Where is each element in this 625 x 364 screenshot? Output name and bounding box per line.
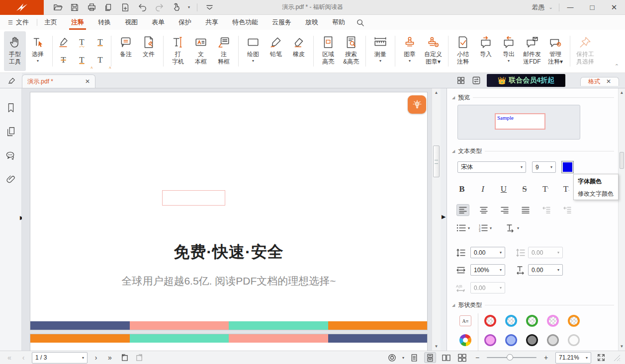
attachments-icon[interactable] — [4, 173, 17, 186]
replace-text-icon[interactable]: T — [74, 53, 90, 68]
panel-scroll-up-icon[interactable]: ▲ — [619, 90, 625, 95]
manage-comments-button[interactable]: 管理 注释▾ — [544, 31, 566, 71]
tab-view[interactable]: 视图 — [118, 15, 145, 30]
redo-icon[interactable] — [154, 2, 164, 12]
text-type-section-header[interactable]: ◢ 文本类型 — [452, 147, 614, 155]
touch-mode-icon[interactable] — [171, 2, 181, 12]
text-annotation-box[interactable] — [162, 190, 225, 206]
assistant-lightbulb-button[interactable] — [408, 95, 426, 114]
superscript-button[interactable]: T' — [539, 183, 552, 196]
strikethrough-button[interactable]: S — [518, 183, 531, 196]
user-account[interactable]: 若愚 — [532, 3, 545, 12]
tab-features[interactable]: 特色功能 — [225, 15, 265, 30]
summarize-comments-button[interactable]: 小结 注释 — [452, 31, 474, 71]
font-family-select[interactable]: 宋体 ▾ — [457, 161, 526, 173]
pdf-page-2[interactable] — [30, 334, 428, 351]
add-page-icon[interactable] — [120, 2, 130, 12]
annotation-eraser-icon[interactable] — [0, 73, 22, 88]
shape-color-skyblue[interactable] — [505, 314, 518, 327]
next-view-button[interactable] — [133, 352, 145, 363]
tab-cloud[interactable]: 云服务 — [265, 15, 298, 30]
char-spacing-select[interactable]: 0.00 ▾ — [528, 264, 563, 276]
last-page-button[interactable]: » — [104, 354, 115, 362]
shape-color-green[interactable] — [526, 314, 538, 327]
first-page-button[interactable]: « — [4, 354, 15, 362]
close-button[interactable]: ✕ — [603, 0, 625, 15]
foxit-logo[interactable] — [0, 0, 44, 15]
subscript-button[interactable]: T. — [560, 183, 573, 196]
search-highlight-button[interactable]: 搜索 &高亮 — [340, 31, 362, 71]
format-tab-close-icon[interactable]: ✕ — [606, 78, 611, 85]
previous-view-button[interactable] — [118, 352, 130, 363]
select-button[interactable]: 选择 ▾ — [27, 31, 49, 71]
search-icon[interactable] — [352, 15, 368, 30]
note-button[interactable]: 备注 — [115, 31, 137, 71]
color-wheel-button[interactable] — [459, 334, 472, 347]
shape-color-violet[interactable] — [546, 314, 559, 327]
switch-tabs-icon[interactable] — [471, 76, 481, 85]
line-spacing-select[interactable]: 0.00 ▾ — [470, 247, 505, 258]
zoom-level-select[interactable]: 71.21% ▾ — [555, 352, 591, 364]
touch-mode-caret-icon[interactable]: ▾ — [188, 5, 190, 9]
previous-page-button[interactable]: ‹ — [18, 354, 29, 362]
tab-form[interactable]: 表单 — [145, 15, 172, 30]
area-highlight-button[interactable]: 区域 高亮 — [317, 31, 339, 71]
italic-button[interactable]: I — [476, 183, 489, 196]
zoom-out-button[interactable]: − — [472, 354, 483, 362]
tab-present[interactable]: 放映 — [298, 15, 325, 30]
align-center-button[interactable] — [477, 204, 490, 216]
email-fdf-button[interactable]: 邮件发 送FDF — [521, 31, 543, 71]
document-tab[interactable]: 演示.pdf * ✕ — [22, 74, 95, 88]
undo-icon[interactable] — [137, 2, 147, 12]
file-attachment-button[interactable]: 文件 — [138, 31, 160, 71]
hand-tool-button[interactable]: 手型 工具 — [4, 31, 26, 71]
scrollbar-thumb[interactable] — [433, 146, 440, 177]
shape-fill-pink[interactable] — [484, 334, 497, 347]
zoom-in-button[interactable]: + — [540, 354, 551, 362]
pencil-button[interactable]: 铅笔 — [265, 31, 287, 71]
bookmarks-icon[interactable] — [4, 101, 17, 114]
single-page-view-button[interactable] — [408, 352, 420, 363]
shape-fill-lightgray[interactable] — [546, 334, 559, 347]
stamp-button[interactable]: 图章 ▾ — [399, 31, 421, 71]
preview-section-header[interactable]: ◢ 预览 — [452, 93, 614, 102]
import-comments-button[interactable]: 导入 — [475, 31, 497, 71]
tab-help[interactable]: 帮助 — [325, 15, 352, 30]
horizontal-scale-select[interactable]: 100% ▾ — [470, 264, 505, 276]
drawing-button[interactable]: 绘图 ▾ — [242, 31, 264, 71]
continuous-view-button[interactable] — [424, 352, 436, 363]
shape-type-section-header[interactable]: ◢ 形状类型 — [452, 301, 614, 309]
pdf-page-1[interactable]: 免费·快速·安全 全球用户超越6.5亿. 阅读PDF文档的理想选择~ — [30, 92, 428, 330]
shape-fill-blue[interactable] — [505, 334, 518, 347]
insert-text-icon[interactable]: T — [92, 53, 108, 68]
user-caret-icon[interactable]: ⌄ — [549, 4, 553, 10]
bullet-list-button[interactable]: ▾ — [456, 223, 470, 232]
maximize-button[interactable]: □ — [581, 0, 603, 15]
fullscreen-button[interactable] — [595, 352, 607, 363]
next-page-button[interactable]: › — [90, 354, 101, 362]
text-direction-button[interactable]: ▾ — [506, 223, 519, 232]
page-number-select[interactable]: 1 / 3 ▾ — [32, 352, 88, 364]
shape-fill-white[interactable] — [567, 334, 580, 347]
minimize-button[interactable]: — — [559, 0, 581, 15]
customize-toolbar-icon[interactable] — [204, 2, 214, 12]
open-file-icon[interactable] — [53, 2, 63, 12]
bold-button[interactable]: B — [455, 183, 468, 196]
panel-scrollbar[interactable]: ▲ ▼ — [618, 88, 625, 351]
panel-scroll-down-icon[interactable]: ▼ — [619, 344, 625, 349]
tab-comment[interactable]: 注释 — [64, 15, 91, 30]
continuous-facing-view-button[interactable] — [456, 352, 468, 363]
eraser-button[interactable]: 橡皮 — [288, 31, 310, 71]
format-panel-tab[interactable]: 格式 ✕ — [580, 77, 619, 86]
measure-button[interactable]: 测量 ▾ — [369, 31, 391, 71]
copy-page-icon[interactable] — [103, 2, 113, 12]
collapse-ribbon-icon[interactable]: ⌃ — [615, 63, 623, 73]
page-thumbnails-icon[interactable] — [4, 125, 17, 138]
highlight-text-icon[interactable] — [56, 35, 72, 50]
shape-color-red[interactable] — [484, 314, 497, 327]
shape-fill-gray[interactable] — [526, 334, 538, 347]
align-left-button[interactable] — [456, 204, 469, 216]
export-comments-button[interactable]: 导出 ▾ — [498, 31, 520, 71]
tab-protect[interactable]: 保护 — [172, 15, 198, 30]
scroll-up-icon[interactable]: ▲ — [432, 90, 441, 95]
